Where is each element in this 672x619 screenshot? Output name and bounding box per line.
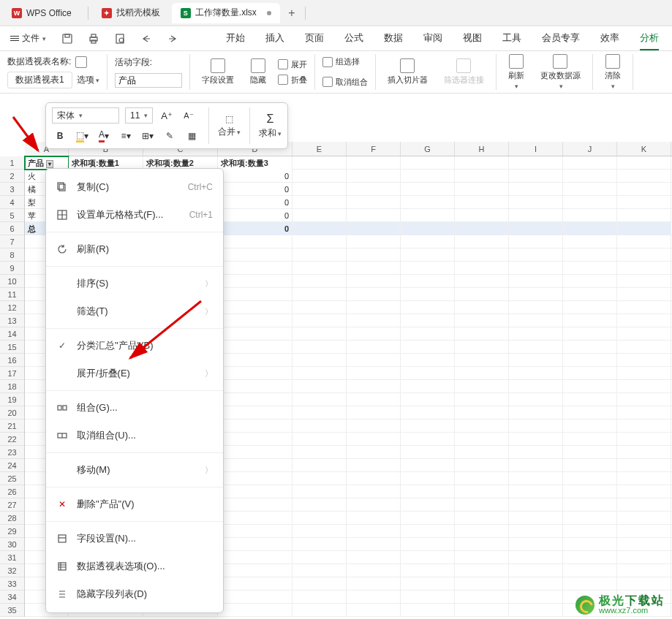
cell-E19[interactable] [292, 393, 347, 406]
cell-E6[interactable] [292, 222, 347, 235]
cell-G30[interactable] [401, 538, 455, 551]
cell-J13[interactable] [563, 314, 617, 327]
cell-G27[interactable] [401, 498, 455, 512]
clear-button[interactable]: 清除 [600, 54, 625, 90]
cell-K6[interactable] [617, 222, 671, 235]
cell-J9[interactable] [563, 262, 617, 275]
cell-K7[interactable] [617, 235, 671, 248]
menu-tab-efficiency[interactable]: 效率 [600, 27, 619, 50]
cell-J26[interactable] [563, 485, 617, 498]
row-header-2[interactable]: 2 [0, 170, 24, 183]
cell-J4[interactable] [563, 196, 617, 209]
collapse-button[interactable]: 折叠 [278, 75, 307, 86]
cell-J24[interactable] [563, 459, 617, 472]
cell-J1[interactable] [563, 156, 617, 170]
cell-G7[interactable] [401, 235, 455, 248]
cell-J19[interactable] [563, 393, 617, 406]
cell-E9[interactable] [292, 262, 347, 275]
cell-I35[interactable] [509, 604, 563, 617]
tab-wps-home[interactable]: W WPS Office [3, 3, 80, 23]
cell-E1[interactable] [292, 156, 347, 170]
cell-J22[interactable] [563, 433, 617, 446]
cell-K10[interactable] [617, 275, 671, 288]
align-button[interactable]: ≡▾ [118, 128, 134, 144]
cell-G29[interactable] [401, 525, 455, 538]
row-header-10[interactable]: 10 [0, 275, 24, 288]
cell-G8[interactable] [401, 248, 455, 262]
cell-J12[interactable] [563, 301, 617, 314]
cm-format-cells[interactable]: 设置单元格格式(F)... Ctrl+1 [46, 201, 223, 229]
cell-D20[interactable] [218, 406, 292, 419]
cell-K11[interactable] [617, 288, 671, 301]
col-header-E[interactable]: E [292, 142, 347, 156]
cell-I4[interactable] [509, 196, 563, 209]
cell-E26[interactable] [292, 485, 347, 498]
cell-G2[interactable] [401, 170, 455, 183]
cell-E11[interactable] [292, 288, 347, 301]
styles-button[interactable]: ▦ [184, 128, 200, 144]
cell-J25[interactable] [563, 472, 617, 485]
cell-D12[interactable] [218, 301, 292, 314]
menu-tab-member[interactable]: 会员专享 [542, 27, 580, 50]
cell-G26[interactable] [401, 485, 455, 498]
cell-I30[interactable] [509, 538, 563, 551]
col-header-K[interactable]: K [617, 142, 671, 156]
cell-H13[interactable] [455, 314, 509, 327]
cell-K4[interactable] [617, 196, 671, 209]
cell-J29[interactable] [563, 525, 617, 538]
cell-K21[interactable] [617, 419, 671, 433]
row-header-26[interactable]: 26 [0, 485, 24, 498]
undo-icon[interactable] [137, 29, 156, 48]
cell-F29[interactable] [347, 525, 401, 538]
cell-G5[interactable] [401, 209, 455, 222]
row-header-8[interactable]: 8 [0, 248, 24, 262]
menu-tab-insert[interactable]: 插入 [265, 27, 284, 50]
cell-G18[interactable] [401, 380, 455, 393]
cell-D23[interactable] [218, 446, 292, 459]
cell-I21[interactable] [509, 419, 563, 433]
cell-H20[interactable] [455, 406, 509, 419]
cell-G21[interactable] [401, 419, 455, 433]
cell-K26[interactable] [617, 485, 671, 498]
cell-I23[interactable] [509, 446, 563, 459]
row-header-24[interactable]: 24 [0, 459, 24, 472]
cell-F17[interactable] [347, 367, 401, 380]
cell-I6[interactable] [509, 222, 563, 235]
cell-D6[interactable]: 0 [218, 222, 292, 235]
cell-F33[interactable] [347, 577, 401, 590]
cell-F7[interactable] [347, 235, 401, 248]
cell-E16[interactable] [292, 354, 347, 367]
cell-J16[interactable] [563, 354, 617, 367]
cell-D8[interactable] [218, 248, 292, 262]
cell-K16[interactable] [617, 354, 671, 367]
cell-I15[interactable] [509, 341, 563, 354]
bold-button[interactable]: B [52, 128, 68, 144]
col-header-H[interactable]: H [455, 142, 509, 156]
cell-F16[interactable] [347, 354, 401, 367]
cell-J11[interactable] [563, 288, 617, 301]
cell-F19[interactable] [347, 393, 401, 406]
cell-D11[interactable] [218, 288, 292, 301]
cell-F35[interactable] [347, 604, 401, 617]
row-header-35[interactable]: 35 [0, 604, 24, 617]
cell-H2[interactable] [455, 170, 509, 183]
cell-G11[interactable] [401, 288, 455, 301]
cell-H18[interactable] [455, 380, 509, 393]
cell-E21[interactable] [292, 419, 347, 433]
cell-G17[interactable] [401, 367, 455, 380]
decrease-font-button[interactable]: A⁻ [181, 107, 197, 124]
cell-H14[interactable] [455, 327, 509, 341]
cm-refresh[interactable]: 刷新(R) [46, 235, 223, 263]
cell-G19[interactable] [401, 393, 455, 406]
cell-I16[interactable] [509, 354, 563, 367]
cell-D25[interactable] [218, 472, 292, 485]
cell-G4[interactable] [401, 196, 455, 209]
cell-K17[interactable] [617, 367, 671, 380]
cell-F27[interactable] [347, 498, 401, 512]
cell-G3[interactable] [401, 183, 455, 196]
cell-G14[interactable] [401, 327, 455, 341]
cm-subtotal[interactable]: ✓ 分类汇总"产品"(B) [46, 332, 223, 360]
row-header-30[interactable]: 30 [0, 538, 24, 551]
cell-K15[interactable] [617, 341, 671, 354]
cell-I8[interactable] [509, 248, 563, 262]
